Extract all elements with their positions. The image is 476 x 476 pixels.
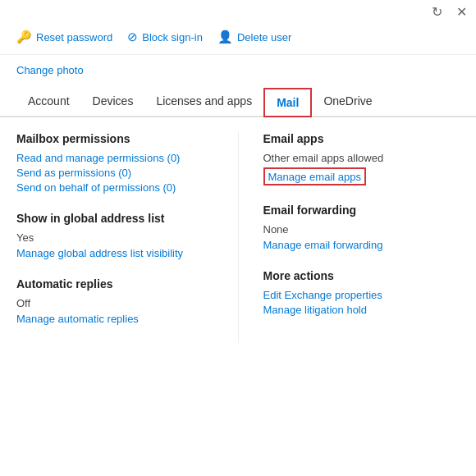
tab-onedrive[interactable]: OneDrive bbox=[312, 88, 383, 117]
manage-email-forwarding-link[interactable]: Manage email forwarding bbox=[263, 239, 460, 251]
mailbox-permissions-section: Mailbox permissions Read and manage perm… bbox=[16, 132, 213, 194]
title-bar: ↻ ✕ bbox=[0, 0, 476, 23]
tabs: Account Devices Licenses and apps Mail O… bbox=[0, 88, 476, 117]
main-content: Mailbox permissions Read and manage perm… bbox=[0, 117, 476, 358]
user-icon: 👤 bbox=[217, 30, 233, 44]
key-icon: 🔑 bbox=[16, 30, 32, 44]
right-column: Email apps Other email apps allowed Mana… bbox=[239, 132, 460, 343]
global-address-list-value: Yes bbox=[16, 231, 213, 244]
email-apps-value: Other email apps allowed bbox=[263, 152, 460, 164]
email-apps-title: Email apps bbox=[263, 132, 460, 145]
manage-email-apps-link[interactable]: Manage email apps bbox=[268, 171, 361, 183]
tab-account[interactable]: Account bbox=[16, 88, 81, 117]
read-manage-permissions-link[interactable]: Read and manage permissions (0) bbox=[16, 152, 213, 164]
left-column: Mailbox permissions Read and manage perm… bbox=[16, 132, 239, 343]
change-photo-link[interactable]: Change photo bbox=[16, 64, 84, 76]
delete-user-action[interactable]: 👤 Delete user bbox=[217, 30, 291, 44]
email-forwarding-section: Email forwarding None Manage email forwa… bbox=[263, 204, 460, 251]
refresh-icon[interactable]: ↻ bbox=[430, 5, 443, 18]
manage-automatic-replies-link[interactable]: Manage automatic replies bbox=[16, 313, 213, 325]
send-as-permissions-link[interactable]: Send as permissions (0) bbox=[16, 167, 213, 179]
more-actions-title: More actions bbox=[263, 269, 460, 282]
edit-exchange-properties-link[interactable]: Edit Exchange properties bbox=[263, 289, 460, 301]
tab-devices[interactable]: Devices bbox=[81, 88, 145, 117]
reset-password-label: Reset password bbox=[36, 31, 112, 43]
manage-litigation-hold-link[interactable]: Manage litigation hold bbox=[263, 304, 460, 316]
email-forwarding-value: None bbox=[263, 223, 460, 236]
manage-global-address-link[interactable]: Manage global address list visibility bbox=[16, 247, 213, 259]
change-photo-area: Change photo bbox=[0, 55, 476, 81]
block-icon: ⊘ bbox=[127, 30, 138, 44]
reset-password-action[interactable]: 🔑 Reset password bbox=[16, 30, 112, 44]
global-address-list-section: Show in global address list Yes Manage g… bbox=[16, 212, 213, 259]
block-signin-label: Block sign-in bbox=[142, 31, 203, 43]
block-signin-action[interactable]: ⊘ Block sign-in bbox=[127, 30, 203, 44]
tab-licenses-apps[interactable]: Licenses and apps bbox=[144, 88, 263, 117]
close-icon[interactable]: ✕ bbox=[455, 5, 468, 18]
automatic-replies-value: Off bbox=[16, 297, 213, 309]
automatic-replies-title: Automatic replies bbox=[16, 277, 213, 291]
global-address-list-title: Show in global address list bbox=[16, 212, 213, 225]
manage-email-apps-highlighted: Manage email apps bbox=[263, 167, 366, 185]
email-apps-section: Email apps Other email apps allowed Mana… bbox=[263, 132, 460, 185]
delete-user-label: Delete user bbox=[237, 31, 291, 43]
email-forwarding-title: Email forwarding bbox=[263, 204, 460, 217]
automatic-replies-section: Automatic replies Off Manage automatic r… bbox=[16, 277, 213, 325]
mailbox-permissions-title: Mailbox permissions bbox=[16, 132, 213, 145]
more-actions-section: More actions Edit Exchange properties Ma… bbox=[263, 269, 460, 316]
toolbar: 🔑 Reset password ⊘ Block sign-in 👤 Delet… bbox=[0, 23, 476, 55]
tab-mail[interactable]: Mail bbox=[263, 88, 312, 117]
send-on-behalf-permissions-link[interactable]: Send on behalf of permissions (0) bbox=[16, 181, 213, 194]
